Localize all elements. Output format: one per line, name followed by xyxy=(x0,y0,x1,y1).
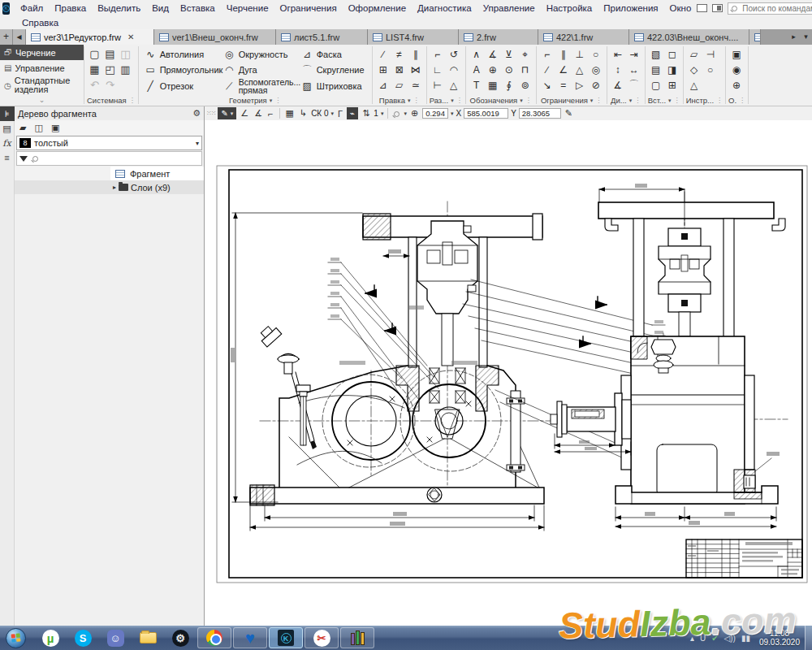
menu-diagnostics[interactable]: Диагностика xyxy=(412,0,477,16)
tab-list4[interactable]: LIST4.frw xyxy=(368,29,459,45)
tool-icon[interactable]: ↘ xyxy=(539,77,555,93)
tool-icon[interactable]: = xyxy=(555,77,572,93)
steam-taskbar-icon[interactable]: ⚙ xyxy=(164,626,197,649)
tool-icon[interactable]: ⋈ xyxy=(408,62,424,77)
axes-icon[interactable]: ↳ xyxy=(298,108,309,119)
layers-panel-icon[interactable]: ≡ xyxy=(0,150,15,165)
tool-icon[interactable]: ≠ xyxy=(391,46,408,62)
pen-icon[interactable]: ✎ xyxy=(564,108,574,119)
tool-icon[interactable]: ▢ xyxy=(648,77,664,93)
parameters-panel-icon[interactable]: ▤ xyxy=(0,121,15,136)
explorer-taskbar-icon[interactable] xyxy=(132,626,164,649)
tab-2frw[interactable]: 2.frw xyxy=(459,29,538,45)
heart-app-taskbar-button[interactable]: ♥ xyxy=(233,627,267,648)
tool-icon[interactable]: ◇ xyxy=(686,62,702,77)
angle-snap-icon[interactable]: ∡ xyxy=(253,108,264,119)
tool-icon[interactable]: △ xyxy=(686,77,702,93)
tool-icon[interactable]: ◨ xyxy=(664,62,680,77)
tree-filter[interactable] xyxy=(16,151,202,166)
save-as-icon[interactable]: ▥ xyxy=(118,62,133,77)
search-input[interactable] xyxy=(741,3,812,14)
tool-icon[interactable]: ⇤ xyxy=(610,46,626,62)
tool-icon[interactable]: ○ xyxy=(588,46,604,62)
tool-construction-line[interactable]: ⟋Вспомогатель... прямая xyxy=(220,78,298,94)
expand-arrow-icon[interactable]: ▸ xyxy=(110,184,119,191)
chrome-taskbar-button[interactable] xyxy=(197,627,231,648)
tree-item-fragment[interactable]: Фрагмент xyxy=(15,167,204,180)
tool-icon[interactable]: ▷ xyxy=(572,77,588,93)
mode-management[interactable]: ▤Управление xyxy=(0,60,84,76)
layer-set-icon[interactable]: ◫ xyxy=(34,123,42,133)
preview-icon[interactable]: ◰ xyxy=(102,62,118,77)
tab-close-icon[interactable]: ✕ xyxy=(127,32,134,41)
zoom-tool-dropdown-icon[interactable]: ▾ xyxy=(404,110,407,117)
tool-icon[interactable]: ⊢ xyxy=(430,77,446,93)
tool-icon[interactable]: △ xyxy=(446,77,462,93)
tool-icon[interactable]: ⊕ xyxy=(485,62,501,77)
tool-icon[interactable]: ⊿ xyxy=(375,77,391,93)
tool-icon[interactable]: ⊘ xyxy=(588,77,604,93)
corner-mode-icon[interactable]: Γ xyxy=(336,109,344,119)
zoom-scale-icon[interactable]: ⊕ xyxy=(409,108,420,119)
mode-standard-parts[interactable]: ◷Стандартные изделия xyxy=(0,76,84,95)
tool-icon[interactable]: ▧ xyxy=(648,46,664,62)
ortho-snap-icon[interactable]: ⌐ xyxy=(266,109,274,119)
tool-icon[interactable]: ◻ xyxy=(664,46,680,62)
menu-file[interactable]: Файл xyxy=(15,0,49,16)
tool-icon[interactable]: ⊥ xyxy=(572,46,588,62)
tool-icon[interactable]: ⊙ xyxy=(501,62,517,77)
y-coordinate-field[interactable]: 28.3065 xyxy=(519,108,561,119)
tool-icon[interactable]: ◠ xyxy=(446,62,462,77)
layer-icon[interactable]: ⇅ xyxy=(361,108,371,119)
menu-window[interactable]: Окно xyxy=(664,0,698,16)
tool-icon[interactable]: ∕ xyxy=(375,46,391,62)
tool-icon[interactable]: △ xyxy=(572,62,588,77)
mode-drawing[interactable]: 🗗Черчение xyxy=(0,45,84,60)
line-style-icon[interactable]: ▰ xyxy=(19,123,26,133)
command-search[interactable] xyxy=(728,2,812,15)
tool-icon[interactable]: ∥ xyxy=(408,46,424,62)
menu-management[interactable]: Управление xyxy=(477,0,541,16)
tool-icon[interactable]: ▦ xyxy=(485,77,501,93)
cs-dropdown-icon[interactable]: ▾ xyxy=(331,110,335,117)
tree-panel-icon[interactable]: ⊧ xyxy=(0,106,15,121)
tool-chamfer[interactable]: ⊿Фаска xyxy=(298,46,369,63)
menu-view[interactable]: Вид xyxy=(146,0,175,16)
tool-icon[interactable]: ⊠ xyxy=(391,62,408,77)
tool-icon[interactable]: ∡ xyxy=(485,46,501,62)
tool-icon[interactable]: ⊞ xyxy=(664,77,680,93)
menu-settings[interactable]: Настройка xyxy=(541,0,598,16)
tool-icon[interactable]: ▱ xyxy=(391,77,408,93)
coordinate-system-value[interactable]: СК 0 xyxy=(311,109,328,118)
tab-scroll-left-icon[interactable]: ◂ xyxy=(13,29,26,45)
tool-icon[interactable]: ⌐ xyxy=(430,46,446,62)
tool-icon[interactable]: A xyxy=(469,62,485,77)
tool-icon[interactable]: ▣ xyxy=(728,46,745,62)
tool-icon[interactable]: ⊻ xyxy=(501,46,517,62)
tool-icon[interactable]: ◉ xyxy=(728,62,745,77)
gear-icon[interactable]: ⚙ xyxy=(192,108,201,119)
tool-icon[interactable]: ⊚ xyxy=(517,77,533,93)
print-icon[interactable]: ▦ xyxy=(87,62,102,77)
menu-edit[interactable]: Правка xyxy=(49,0,92,16)
open-document-icon[interactable]: ▤ xyxy=(102,46,118,62)
tool-icon[interactable]: ⊣ xyxy=(702,46,719,62)
tab-list51[interactable]: лист5.1.frw xyxy=(276,29,368,45)
tool-arc[interactable]: ◠Дуга xyxy=(220,63,298,79)
tool-icon[interactable]: ▤ xyxy=(648,62,664,77)
tool-fillet[interactable]: ⌒Скругление xyxy=(298,63,369,79)
zoom-value[interactable]: 0.294 xyxy=(422,108,448,119)
kompas-taskbar-button[interactable]: K xyxy=(269,627,303,648)
tool-icon[interactable]: ≃ xyxy=(408,77,424,93)
zoom-tool-icon[interactable] xyxy=(392,109,401,119)
layout-window-alt-icon[interactable] xyxy=(712,4,723,12)
tool-icon[interactable]: ⇥ xyxy=(626,46,642,62)
tool-icon[interactable]: ↕ xyxy=(610,62,626,77)
tree-item-layers[interactable]: ▸ Слои (x9) xyxy=(15,180,204,194)
zoom-dropdown-icon[interactable]: ▾ xyxy=(451,110,454,117)
menu-insert[interactable]: Вставка xyxy=(175,0,221,16)
tool-hatch[interactable]: ▨Штриховка xyxy=(298,78,369,94)
winrar-taskbar-button[interactable] xyxy=(340,627,374,648)
utorrent-taskbar-icon[interactable]: µ xyxy=(34,626,67,649)
layer-value[interactable]: 1 xyxy=(374,109,378,118)
